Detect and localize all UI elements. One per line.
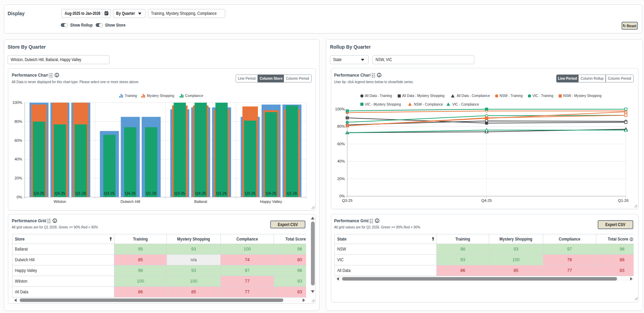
svg-text:100%: 100%: [12, 100, 22, 105]
svg-text:60%: 60%: [15, 138, 22, 143]
svg-text:Q1-26: Q1-26: [216, 191, 227, 195]
svg-text:Q4-25: Q4-25: [266, 191, 276, 195]
svg-text:0%: 0%: [339, 194, 345, 198]
svg-text:Q4-25: Q4-25: [125, 191, 136, 195]
svg-text:Q1-26: Q1-26: [287, 191, 297, 195]
svg-text:40%: 40%: [15, 157, 22, 161]
svg-text:Q3-25: Q3-25: [245, 191, 256, 195]
svg-text:20%: 20%: [337, 177, 345, 181]
svg-text:Q3-25: Q3-25: [174, 191, 185, 195]
svg-text:40%: 40%: [337, 159, 345, 163]
svg-text:80%: 80%: [15, 119, 22, 124]
svg-text:Wilston: Wilston: [54, 199, 66, 204]
svg-text:Q1-26: Q1-26: [618, 198, 629, 203]
svg-text:100%: 100%: [335, 107, 345, 111]
svg-text:20%: 20%: [15, 176, 22, 180]
svg-text:60%: 60%: [337, 142, 345, 146]
svg-text:Q1-26: Q1-26: [146, 191, 157, 195]
svg-text:Dulwich Hill: Dulwich Hill: [121, 199, 140, 204]
svg-text:Q4-25: Q4-25: [55, 191, 65, 195]
svg-text:Q4-25: Q4-25: [196, 191, 206, 195]
svg-text:Q3-25: Q3-25: [34, 191, 45, 195]
svg-text:0%: 0%: [17, 195, 22, 199]
svg-text:Q1-26: Q1-26: [76, 191, 86, 195]
svg-text:Happy Valley: Happy Valley: [260, 199, 282, 204]
svg-text:Ballarat: Ballarat: [194, 199, 207, 204]
svg-text:80%: 80%: [337, 124, 345, 128]
svg-text:Q3-25: Q3-25: [104, 191, 115, 195]
svg-text:Q3-25: Q3-25: [342, 198, 353, 203]
svg-text:Q4-25: Q4-25: [481, 198, 492, 203]
